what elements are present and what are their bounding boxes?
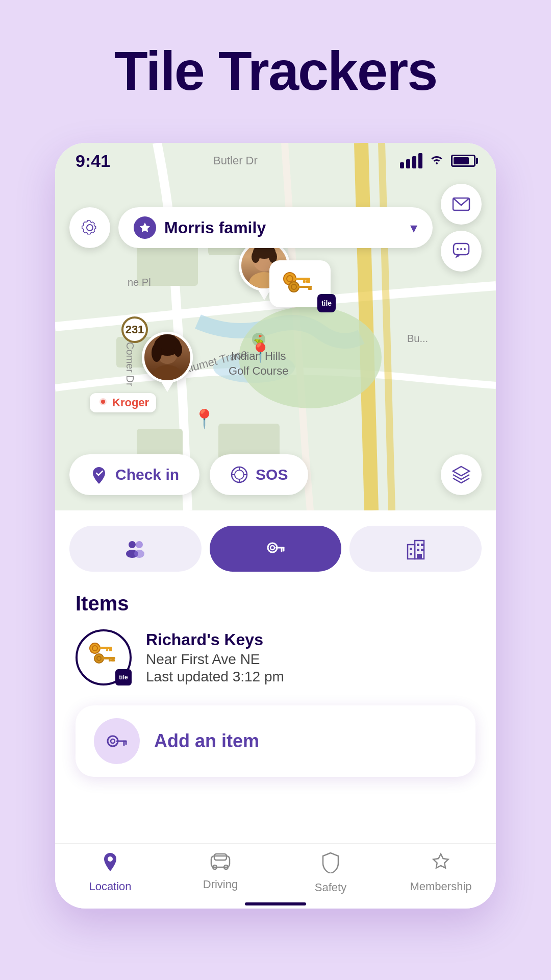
svg-text:Bu...: Bu... — [407, 333, 428, 344]
status-time: 9:41 — [76, 151, 110, 171]
item-name: Richard's Keys — [146, 630, 284, 649]
svg-point-74 — [94, 654, 104, 663]
svg-text:ne Pl: ne Pl — [128, 277, 151, 288]
svg-rect-68 — [417, 554, 422, 559]
signal-bars-icon — [400, 153, 422, 168]
location-nav-icon — [101, 852, 119, 877]
item-info: Richard's Keys Near First Ave NE Last up… — [146, 630, 284, 685]
location-pin-1: 📍 — [249, 342, 272, 363]
nav-item-driving[interactable]: Driving — [165, 852, 276, 891]
status-bar: 9:41 — [55, 143, 496, 179]
svg-point-54 — [134, 550, 144, 558]
svg-point-56 — [270, 546, 274, 550]
membership-nav-label: Membership — [410, 880, 471, 893]
svg-rect-73 — [106, 649, 108, 651]
item-icon-wrapper: tile — [76, 629, 132, 685]
nav-item-location[interactable]: Location — [55, 852, 165, 893]
right-nav-buttons — [441, 184, 482, 272]
svg-rect-43 — [308, 288, 312, 290]
family-selector[interactable]: Morris family ▾ — [118, 207, 433, 248]
svg-point-16 — [457, 248, 459, 250]
svg-rect-76 — [103, 657, 115, 659]
settings-button[interactable] — [69, 207, 110, 248]
svg-point-53 — [136, 541, 143, 548]
svg-text:Comer Dr: Comer Dr — [124, 342, 136, 386]
add-item-label: Add an item — [154, 730, 259, 752]
chat-button[interactable] — [441, 231, 482, 272]
family-name-label: Morris family — [164, 218, 402, 237]
people-icon — [124, 537, 146, 560]
svg-rect-78 — [109, 659, 111, 662]
nav-item-safety[interactable]: Safety — [276, 852, 386, 894]
bottom-panel: Items — [55, 510, 496, 842]
items-section: Items — [55, 577, 496, 696]
woman-avatar-pin — [142, 332, 193, 392]
sos-button[interactable]: SOS — [210, 454, 308, 495]
add-item-key-icon — [104, 728, 130, 754]
layers-button[interactable] — [441, 454, 482, 495]
svg-rect-67 — [421, 549, 423, 551]
svg-point-17 — [460, 248, 462, 250]
svg-point-45 — [235, 470, 244, 479]
tab-row — [55, 510, 496, 577]
nav-item-membership[interactable]: Membership — [386, 852, 496, 893]
mail-icon — [452, 197, 470, 211]
items-title: Items — [76, 592, 475, 615]
svg-point-80 — [111, 739, 115, 743]
page-title: Tile Trackers — [0, 0, 551, 102]
safety-nav-icon — [321, 852, 340, 878]
svg-rect-63 — [410, 553, 412, 555]
mail-button[interactable] — [441, 184, 482, 225]
tracker-tab[interactable] — [210, 526, 342, 572]
add-item-card[interactable]: Add an item — [76, 705, 475, 777]
places-tab[interactable] — [349, 526, 482, 572]
item-last-updated: Last updated 3:12 pm — [146, 669, 284, 685]
item-tile-badge: tile — [115, 669, 132, 685]
svg-rect-42 — [298, 286, 312, 288]
svg-point-51 — [129, 541, 136, 548]
phone-frame: Butler Dr Calumet Trace Comer Dr ne Pl n… — [55, 143, 496, 909]
bottom-nav-bar: Location Driving Safety — [55, 843, 496, 909]
svg-rect-62 — [410, 548, 412, 550]
svg-rect-86 — [214, 854, 227, 860]
table-row[interactable]: tile Richard's Keys Near First Ave NE La… — [76, 629, 475, 685]
layers-icon — [451, 464, 471, 485]
checkin-button[interactable]: Check in — [69, 454, 199, 495]
svg-point-84 — [108, 856, 113, 862]
add-item-icon-wrapper — [94, 718, 140, 764]
map-bottom-buttons: Check in SOS — [55, 454, 496, 495]
svg-point-34 — [157, 334, 178, 350]
map-area[interactable]: Butler Dr Calumet Trace Comer Dr ne Pl n… — [55, 143, 496, 510]
building-icon — [405, 537, 427, 560]
location-nav-label: Location — [89, 880, 131, 893]
svg-rect-39 — [303, 280, 306, 283]
membership-nav-icon — [431, 852, 451, 877]
keys-icon — [280, 268, 320, 299]
wifi-icon — [429, 153, 445, 169]
key-icon-active — [264, 537, 287, 560]
svg-rect-38 — [306, 280, 310, 283]
svg-rect-71 — [99, 647, 112, 649]
svg-point-20 — [101, 400, 105, 404]
top-nav: Morris family ▾ — [55, 184, 496, 272]
svg-rect-64 — [417, 544, 419, 546]
sos-icon — [230, 465, 248, 484]
status-icons — [400, 153, 475, 169]
svg-point-30 — [153, 365, 182, 380]
svg-marker-50 — [453, 467, 469, 476]
svg-rect-66 — [417, 549, 419, 551]
kroger-marker: Kroger — [90, 393, 156, 412]
svg-point-69 — [90, 643, 100, 653]
woman-avatar-image — [144, 334, 190, 380]
svg-rect-77 — [111, 659, 115, 662]
item-location: Near First Ave NE — [146, 651, 284, 668]
nav-indicator — [245, 902, 306, 905]
chevron-down-icon: ▾ — [410, 219, 417, 236]
svg-rect-60 — [408, 545, 415, 559]
svg-rect-65 — [421, 544, 423, 546]
safety-nav-label: Safety — [315, 881, 346, 894]
gear-icon — [81, 218, 99, 237]
tile-badge: tile — [317, 294, 336, 312]
chat-icon — [452, 242, 470, 260]
people-tab[interactable] — [69, 526, 202, 572]
